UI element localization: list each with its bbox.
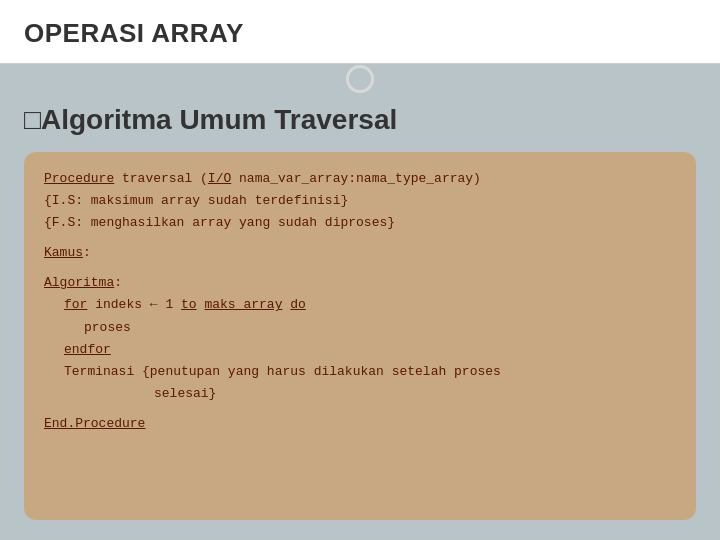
spacer-3: [44, 405, 676, 413]
do-keyword: do: [290, 297, 306, 312]
divider-circle: [346, 65, 374, 93]
fs-line: {F.S: menghasilkan array yang sudah dipr…: [44, 212, 676, 234]
spacer-2: [44, 264, 676, 272]
end-procedure-keyword: End.Procedure: [44, 416, 145, 431]
procedure-keyword: Procedure: [44, 171, 114, 186]
bullet-char: □: [24, 104, 41, 135]
terminasi-line-1: Terminasi {penutupan yang harus dilakuka…: [44, 361, 676, 383]
terminasi-line-2: selesai}: [44, 383, 676, 405]
io-keyword: I/O: [208, 171, 231, 186]
to-keyword: to: [181, 297, 197, 312]
content-section: □Algoritma Umum Traversal Procedure trav…: [0, 94, 720, 540]
algoritma-label: Algoritma:: [44, 272, 676, 294]
page-container: OPERASI ARRAY □Algoritma Umum Traversal …: [0, 0, 720, 540]
for-line: for indeks ← 1 to maks_array do: [44, 294, 676, 316]
maks-array-keyword: maks_array: [204, 297, 282, 312]
end-procedure-line: End.Procedure: [44, 413, 676, 435]
for-keyword: for: [64, 297, 87, 312]
algoritma-underline: Algoritma: [44, 275, 114, 290]
endfor-line: endfor: [44, 339, 676, 361]
code-box: Procedure traversal (I/O nama_var_array:…: [24, 152, 696, 520]
spacer-1: [44, 234, 676, 242]
subtitle-text: Algoritma Umum Traversal: [41, 104, 397, 135]
divider: [0, 64, 720, 94]
is-line: {I.S: maksimum array sudah terdefinisi}: [44, 190, 676, 212]
page-title: OPERASI ARRAY: [24, 18, 696, 49]
subtitle: □Algoritma Umum Traversal: [24, 104, 696, 136]
endfor-keyword: endfor: [64, 342, 111, 357]
kamus-label: Kamus:: [44, 242, 676, 264]
header-section: OPERASI ARRAY: [0, 0, 720, 64]
procedure-line: Procedure traversal (I/O nama_var_array:…: [44, 168, 676, 190]
proses-line: proses: [44, 317, 676, 339]
kamus-underline: Kamus: [44, 245, 83, 260]
